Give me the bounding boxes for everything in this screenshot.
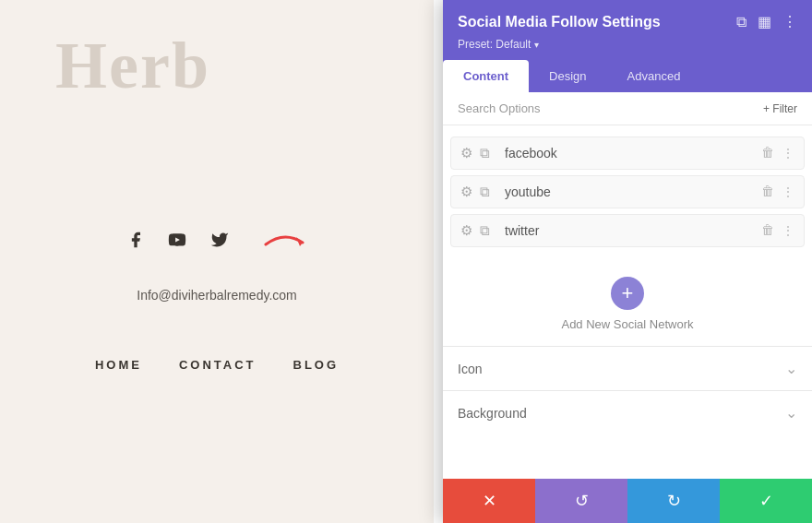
twitter-settings-icon[interactable]: ⚙ bbox=[460, 222, 472, 239]
tab-content[interactable]: Content bbox=[443, 60, 529, 92]
copy-icon[interactable]: ⧉ bbox=[736, 14, 746, 30]
preset-label: Preset: Default bbox=[458, 38, 531, 51]
twitter-more-icon[interactable]: ⋮ bbox=[782, 223, 794, 239]
add-new-label: Add New Social Network bbox=[561, 317, 693, 331]
facebook-more-icon[interactable]: ⋮ bbox=[782, 146, 794, 161]
site-email: Info@diviherbalremedy.com bbox=[137, 288, 296, 303]
more-icon[interactable]: ⋮ bbox=[782, 13, 797, 30]
cancel-button[interactable]: ✕ bbox=[443, 479, 535, 523]
social-item-facebook: ⚙ ⧉ facebook 🗑 ⋮ bbox=[450, 137, 805, 170]
site-nav: HOME CONTACT BLOG bbox=[95, 358, 339, 372]
arrow-indicator bbox=[261, 226, 307, 260]
facebook-settings-icon[interactable]: ⚙ bbox=[460, 145, 472, 161]
youtube-item-controls: ⚙ ⧉ bbox=[460, 184, 490, 200]
facebook-item-controls: ⚙ ⧉ bbox=[460, 145, 490, 161]
nav-contact: CONTACT bbox=[179, 358, 257, 372]
site-title: Herb bbox=[55, 28, 210, 104]
youtube-actions: 🗑 ⋮ bbox=[761, 184, 794, 200]
icon-section[interactable]: Icon ⌄ bbox=[443, 346, 812, 390]
icon-section-chevron: ⌄ bbox=[785, 360, 797, 377]
tab-design[interactable]: Design bbox=[529, 60, 606, 92]
panel-title: Social Media Follow Settings bbox=[458, 14, 661, 30]
add-new-section: + Add New Social Network bbox=[443, 262, 812, 346]
facebook-duplicate-icon[interactable]: ⧉ bbox=[480, 146, 490, 161]
facebook-delete-icon[interactable]: 🗑 bbox=[761, 146, 774, 160]
twitter-delete-icon[interactable]: 🗑 bbox=[761, 223, 774, 238]
background-section-label: Background bbox=[458, 406, 527, 421]
twitter-icon bbox=[209, 231, 230, 255]
nav-home: HOME bbox=[95, 358, 142, 372]
preset-dropdown-icon: ▾ bbox=[534, 40, 539, 50]
search-options-label: Search Options bbox=[458, 101, 541, 115]
youtube-delete-icon[interactable]: 🗑 bbox=[761, 184, 774, 199]
save-button[interactable]: ✓ bbox=[720, 479, 812, 523]
panel-header-top: Social Media Follow Settings ⧉ ▦ ⋮ bbox=[458, 13, 797, 30]
panel-tabs: Content Design Advanced bbox=[443, 60, 812, 92]
panel-toolbar: ✕ ↺ ↻ ✓ bbox=[443, 479, 812, 523]
tab-advanced[interactable]: Advanced bbox=[607, 60, 701, 92]
panel-preset[interactable]: Preset: Default ▾ bbox=[458, 38, 797, 51]
youtube-name: youtube bbox=[505, 184, 761, 199]
social-item-twitter: ⚙ ⧉ twitter 🗑 ⋮ bbox=[450, 214, 805, 247]
youtube-more-icon[interactable]: ⋮ bbox=[782, 184, 794, 200]
facebook-actions: 🗑 ⋮ bbox=[761, 146, 794, 161]
background-section-chevron: ⌄ bbox=[785, 404, 797, 422]
filter-button[interactable]: + Filter bbox=[763, 102, 797, 115]
facebook-name: facebook bbox=[505, 146, 761, 160]
twitter-name: twitter bbox=[505, 223, 761, 238]
youtube-settings-icon[interactable]: ⚙ bbox=[460, 184, 472, 200]
twitter-actions: 🗑 ⋮ bbox=[761, 223, 794, 239]
facebook-icon bbox=[126, 231, 145, 255]
social-item-youtube: ⚙ ⧉ youtube 🗑 ⋮ bbox=[450, 175, 805, 208]
settings-panel: Social Media Follow Settings ⧉ ▦ ⋮ Prese… bbox=[443, 0, 812, 523]
social-icons-row bbox=[126, 226, 307, 260]
youtube-icon bbox=[167, 231, 187, 255]
website-background: Herb Info@diviherbal bbox=[0, 0, 434, 523]
twitter-duplicate-icon[interactable]: ⧉ bbox=[480, 223, 490, 239]
search-bar: Search Options + Filter bbox=[443, 92, 812, 125]
reset-button[interactable]: ↺ bbox=[535, 479, 627, 523]
layout-icon[interactable]: ▦ bbox=[758, 13, 771, 30]
redo-button[interactable]: ↻ bbox=[627, 479, 720, 523]
nav-blog: BLOG bbox=[293, 358, 340, 372]
panel-header-icons: ⧉ ▦ ⋮ bbox=[736, 13, 797, 30]
youtube-duplicate-icon[interactable]: ⧉ bbox=[480, 184, 490, 200]
panel-body: Search Options + Filter ⚙ ⧉ facebook 🗑 ⋮ bbox=[443, 92, 812, 479]
social-network-list: ⚙ ⧉ facebook 🗑 ⋮ ⚙ ⧉ youtube 🗑 ⋮ bbox=[443, 125, 812, 262]
icon-section-label: Icon bbox=[458, 362, 482, 376]
twitter-item-controls: ⚙ ⧉ bbox=[460, 222, 490, 239]
panel-header: Social Media Follow Settings ⧉ ▦ ⋮ Prese… bbox=[443, 0, 812, 60]
background-section[interactable]: Background ⌄ bbox=[443, 390, 812, 434]
add-new-social-button[interactable]: + bbox=[611, 277, 644, 310]
